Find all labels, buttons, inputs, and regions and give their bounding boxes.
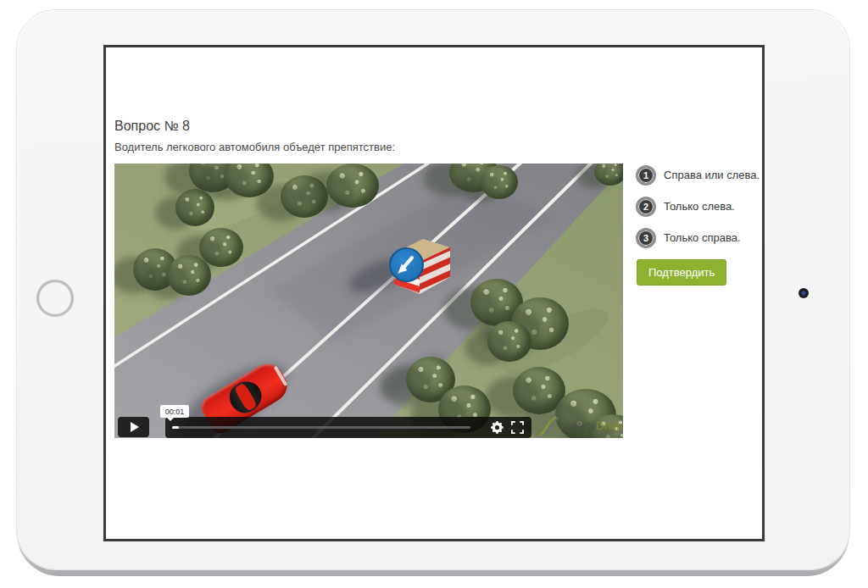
answers-list: 1 Справа или слева. 2 Только слева. 3 То…	[636, 164, 760, 258]
time-tooltip: 00:01	[160, 405, 189, 418]
bush	[481, 165, 518, 199]
camera-icon	[798, 288, 809, 298]
question-title: Вопрос № 8	[114, 119, 190, 134]
video-player[interactable]: SafetyDriving 00:01	[114, 164, 623, 438]
page: Вопрос № 8 Водитель легкового автомобиля…	[0, 0, 868, 588]
video-control-bar[interactable]	[165, 417, 531, 438]
progress-bar[interactable]	[172, 426, 470, 429]
answer-option-3[interactable]: 3 Только справа.	[636, 227, 760, 248]
browser-screen: Вопрос № 8 Водитель легкового автомобиля…	[103, 45, 765, 541]
answer-label: Только справа.	[664, 231, 741, 244]
tablet-device: Вопрос № 8 Водитель легкового автомобиля…	[17, 10, 849, 569]
question-text: Водитель легкового автомобиля объедет пр…	[114, 141, 395, 153]
bush	[199, 228, 243, 267]
answer-option-1[interactable]: 1 Справа или слева.	[636, 164, 760, 186]
play-icon	[131, 422, 139, 432]
play-button[interactable]	[118, 417, 149, 437]
answer-label: Справа или слева.	[664, 169, 760, 181]
fullscreen-icon[interactable]	[509, 420, 525, 435]
confirm-button[interactable]: Подтвердить	[637, 259, 726, 286]
answer-number-badge: 3	[636, 228, 656, 248]
answer-option-2[interactable]: 2 Только слева.	[636, 196, 760, 217]
answer-number-badge: 1	[636, 165, 656, 186]
road-obstacle	[384, 235, 452, 297]
answer-number-badge: 2	[636, 197, 656, 217]
bush	[594, 164, 623, 186]
bush	[167, 255, 211, 296]
gear-icon[interactable]	[489, 420, 504, 435]
bush	[326, 164, 379, 208]
bush	[487, 321, 531, 362]
answer-label: Только слева.	[664, 200, 735, 213]
detour-sign-icon	[389, 247, 424, 282]
car-bumper	[274, 366, 288, 386]
home-button[interactable]	[36, 280, 74, 317]
